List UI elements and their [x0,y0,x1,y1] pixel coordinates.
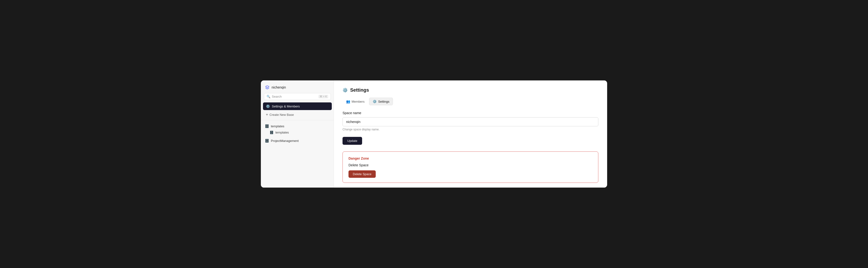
create-new-base-label: Create New Base [270,113,294,116]
sidebar-divider [261,120,334,120]
danger-zone: Danger Zone Delete Space Delete Space [343,152,598,183]
tab-members[interactable]: 👥 Members [343,98,368,105]
main-content: ⚙️ Settings 👥 Members ⚙️ Settings Space … [334,81,607,187]
delete-space-button[interactable]: Delete Space [348,170,376,178]
nav-group-project-management: 🗄️ ProjectManagement [261,136,334,145]
settings-tabs: 👥 Members ⚙️ Settings [343,98,598,105]
settings-members-icon: ⚙️ [266,104,270,108]
nav-group-templates: 🗄️ templates 🗄️ templates [261,122,334,136]
nav-label-project-management: ProjectManagement [271,139,299,143]
nav-label-templates: templates [271,125,284,128]
database-icon-templates: 🗄️ [265,124,269,128]
search-placeholder: Search [272,95,317,98]
settings-tab-icon: ⚙️ [373,100,377,103]
sidebar-item-settings-members[interactable]: ⚙️ Settings & Members [263,102,332,110]
nav-sub-item-templates[interactable]: 🗄️ templates [261,130,334,135]
space-name-input[interactable] [343,117,598,126]
workspace-icon [265,85,270,90]
settings-members-label: Settings & Members [272,105,300,108]
search-shortcut: ⌘ + K [318,95,328,98]
database-icon-pm: 🗄️ [265,139,269,143]
search-icon: 🔍 [267,95,270,98]
danger-zone-title: Danger Zone [348,157,592,160]
workspace-name: nichenqin [272,85,286,89]
page-title: Settings [350,87,369,93]
nav-item-templates[interactable]: 🗄️ templates [261,123,334,130]
page-title-container: ⚙️ Settings [343,87,598,93]
sidebar: nichenqin 🔍 Search ⌘ + K ⚙️ Settings & M… [261,81,334,187]
sub-label-templates: templates [275,131,289,134]
members-tab-icon: 👥 [346,100,350,103]
sub-database-icon: 🗄️ [270,131,274,134]
update-button[interactable]: Update [343,137,362,145]
workspace-header[interactable]: nichenqin [261,83,334,92]
danger-zone-description: Delete Space [348,163,592,167]
plus-icon: + [266,112,268,117]
page-title-gear-icon: ⚙️ [343,87,348,93]
space-name-form: Space name Change space display name. [343,111,598,131]
create-new-base-button[interactable]: + Create New Base [261,111,334,119]
space-name-hint: Change space display name. [343,128,598,131]
space-name-label: Space name [343,111,598,115]
members-tab-label: Members [351,100,365,103]
nav-item-project-management[interactable]: 🗄️ ProjectManagement [261,137,334,144]
tab-settings[interactable]: ⚙️ Settings [369,98,393,105]
app-container: nichenqin 🔍 Search ⌘ + K ⚙️ Settings & M… [261,80,607,188]
settings-tab-label: Settings [378,100,389,103]
search-bar[interactable]: 🔍 Search ⌘ + K [264,93,331,100]
